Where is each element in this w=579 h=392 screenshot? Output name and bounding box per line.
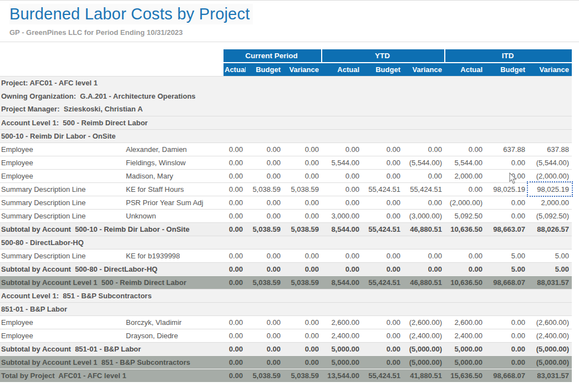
value-cell[interactable]: 5.00 — [485, 249, 528, 262]
value-cell[interactable]: (5,092.50) — [528, 209, 572, 222]
value-cell[interactable]: 5,038.59 — [246, 222, 283, 236]
value-cell[interactable]: 0.00 — [283, 315, 322, 329]
value-cell[interactable]: (3,000.00) — [403, 209, 445, 222]
value-cell[interactable]: 0.00 — [322, 262, 362, 276]
value-cell[interactable]: 0.00 — [362, 342, 403, 355]
value-cell[interactable]: 0.00 — [403, 142, 445, 156]
value-cell[interactable]: 0.00 — [246, 315, 283, 329]
focused-cell[interactable]: 98,025.19 — [528, 182, 572, 196]
value-cell[interactable]: 0.00 — [403, 196, 445, 209]
value-cell[interactable]: 0.00 — [485, 342, 528, 355]
value-cell[interactable]: 0.00 — [224, 369, 246, 382]
value-cell[interactable]: 5,000.00 — [445, 355, 485, 369]
value-cell[interactable]: 0.00 — [403, 169, 445, 182]
value-cell[interactable]: 41,880.51 — [403, 369, 445, 382]
value-cell[interactable]: 10,636.50 — [445, 276, 485, 289]
value-cell[interactable]: 55,424.51 — [403, 182, 445, 196]
value-cell[interactable]: 0.00 — [224, 329, 246, 342]
value-cell[interactable]: 2,600.00 — [322, 315, 362, 329]
value-cell[interactable]: 0.00 — [224, 222, 246, 236]
value-cell[interactable]: 55,424.51 — [362, 222, 403, 236]
value-cell[interactable]: 0.00 — [445, 142, 485, 156]
value-cell[interactable]: 0.00 — [485, 196, 528, 209]
value-cell[interactable]: (5,544.00) — [403, 156, 445, 169]
value-cell[interactable]: 2,400.00 — [445, 329, 485, 342]
value-cell[interactable]: 0.00 — [224, 156, 246, 169]
value-cell[interactable]: 0.00 — [283, 262, 322, 276]
value-cell[interactable]: 0.00 — [283, 355, 322, 369]
value-cell[interactable]: (5,000.00) — [528, 355, 572, 369]
value-cell[interactable]: 98,025.19 — [485, 182, 528, 196]
value-cell[interactable]: 13,544.00 — [322, 369, 362, 382]
value-cell[interactable]: 0.00 — [224, 169, 246, 182]
value-cell[interactable]: 0.00 — [283, 142, 322, 156]
value-cell[interactable]: (2,000.00) — [528, 169, 572, 182]
value-cell[interactable]: 0.00 — [283, 342, 322, 355]
value-cell[interactable]: (2,400.00) — [528, 329, 572, 342]
value-cell[interactable]: 0.00 — [224, 209, 246, 222]
value-cell[interactable]: 8,544.00 — [322, 276, 362, 289]
value-cell[interactable]: 0.00 — [362, 142, 403, 156]
value-cell[interactable]: 0.00 — [224, 276, 246, 289]
value-cell[interactable]: 637.88 — [485, 142, 528, 156]
value-cell[interactable]: 2,000.00 — [445, 169, 485, 182]
value-cell[interactable]: 0.00 — [322, 182, 362, 196]
value-cell[interactable]: 83,031.57 — [528, 369, 572, 382]
value-cell[interactable]: 0.00 — [246, 142, 283, 156]
value-cell[interactable]: 98,668.07 — [485, 369, 528, 382]
value-cell[interactable]: (2,000.00) — [445, 196, 485, 209]
value-cell[interactable]: (2,600.00) — [528, 315, 572, 329]
value-cell[interactable]: 0.00 — [224, 342, 246, 355]
value-cell[interactable]: 0.00 — [362, 196, 403, 209]
value-cell[interactable]: 0.00 — [362, 209, 403, 222]
value-cell[interactable]: 0.00 — [283, 249, 322, 262]
value-cell[interactable]: 2,400.00 — [322, 329, 362, 342]
value-cell[interactable]: 46,880.51 — [403, 222, 445, 236]
value-cell[interactable]: (5,000.00) — [528, 342, 572, 355]
value-cell[interactable]: (5,000.00) — [403, 355, 445, 369]
value-cell[interactable]: 5,038.59 — [283, 222, 322, 236]
value-cell[interactable]: 15,636.50 — [445, 369, 485, 382]
value-cell[interactable]: 8,544.00 — [322, 222, 362, 236]
value-cell[interactable]: 0.00 — [445, 182, 485, 196]
value-cell[interactable]: 0.00 — [322, 196, 362, 209]
value-cell[interactable]: 5.00 — [485, 262, 528, 276]
value-cell[interactable]: (2,600.00) — [403, 315, 445, 329]
value-cell[interactable]: 5.00 — [528, 262, 572, 276]
value-cell[interactable]: 0.00 — [322, 249, 362, 262]
value-cell[interactable]: 5,038.59 — [283, 276, 322, 289]
value-cell[interactable]: 5,000.00 — [445, 342, 485, 355]
value-cell[interactable]: 0.00 — [362, 169, 403, 182]
value-cell[interactable]: 2,600.00 — [445, 315, 485, 329]
value-cell[interactable]: 0.00 — [246, 156, 283, 169]
value-cell[interactable]: 0.00 — [224, 196, 246, 209]
value-cell[interactable]: 88,026.57 — [528, 222, 572, 236]
value-cell[interactable]: 0.00 — [485, 329, 528, 342]
value-cell[interactable]: 0.00 — [485, 315, 528, 329]
value-cell[interactable]: 0.00 — [246, 249, 283, 262]
value-cell[interactable]: 5,000.00 — [322, 355, 362, 369]
value-cell[interactable]: 55,424.51 — [362, 182, 403, 196]
value-cell[interactable]: 0.00 — [224, 262, 246, 276]
value-cell[interactable]: 0.00 — [283, 196, 322, 209]
value-cell[interactable]: 5,544.00 — [322, 156, 362, 169]
value-cell[interactable]: 55,424.51 — [362, 369, 403, 382]
value-cell[interactable]: 0.00 — [246, 262, 283, 276]
value-cell[interactable]: (2,400.00) — [403, 329, 445, 342]
value-cell[interactable]: 0.00 — [362, 156, 403, 169]
value-cell[interactable]: 0.00 — [485, 169, 528, 182]
value-cell[interactable]: 0.00 — [322, 142, 362, 156]
value-cell[interactable]: 5,038.59 — [283, 369, 322, 382]
value-cell[interactable]: 0.00 — [362, 249, 403, 262]
value-cell[interactable]: 0.00 — [362, 262, 403, 276]
value-cell[interactable]: 0.00 — [403, 249, 445, 262]
value-cell[interactable]: 5,000.00 — [322, 342, 362, 355]
value-cell[interactable]: 5,038.59 — [283, 182, 322, 196]
value-cell[interactable]: 0.00 — [224, 182, 246, 196]
value-cell[interactable]: 0.00 — [485, 209, 528, 222]
value-cell[interactable]: 0.00 — [224, 355, 246, 369]
value-cell[interactable]: 0.00 — [283, 156, 322, 169]
value-cell[interactable]: 5,038.59 — [246, 182, 283, 196]
value-cell[interactable]: 0.00 — [362, 315, 403, 329]
value-cell[interactable]: 88,031.57 — [528, 276, 572, 289]
